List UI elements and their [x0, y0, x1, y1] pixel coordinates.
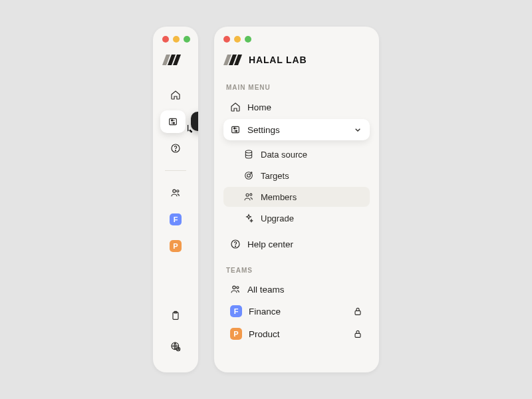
- minimize-window-button[interactable]: [234, 36, 241, 43]
- brand-logo-icon: [162, 55, 182, 65]
- svg-point-23: [234, 128, 235, 129]
- sidebar-expanded: HALAL LAB MAIN MENU Home Settings Data: [214, 27, 379, 372]
- team-badge-finance: F: [170, 213, 182, 225]
- tooltip-settings: Settings: [191, 112, 198, 131]
- submenu-item-label: Members: [261, 192, 297, 202]
- lock-icon: [352, 306, 363, 317]
- svg-point-11: [177, 190, 179, 192]
- menu-item-home[interactable]: Home: [223, 96, 370, 118]
- members-icon: [243, 192, 254, 202]
- submenu-item-upgrade[interactable]: Upgrade: [223, 208, 370, 228]
- svg-point-6: [172, 120, 173, 121]
- svg-point-33: [237, 287, 239, 289]
- close-window-button[interactable]: [162, 36, 169, 43]
- rail-item-help[interactable]: [163, 137, 188, 160]
- sliders-icon: [168, 116, 178, 127]
- menu-item-label: Home: [247, 102, 271, 112]
- window-controls: [162, 36, 190, 43]
- submenu-item-data-source[interactable]: Data source: [223, 144, 370, 164]
- menu-item-label: Settings: [247, 125, 280, 135]
- team-badge-product: P: [170, 240, 182, 252]
- lock-icon: [352, 329, 363, 339]
- database-icon: [243, 149, 254, 160]
- menu-item-label: Help center: [247, 239, 293, 249]
- rail-item-settings[interactable]: Settings: [160, 110, 186, 133]
- teams-item-label: Finance: [249, 307, 281, 317]
- svg-point-32: [233, 286, 235, 289]
- svg-point-9: [175, 150, 176, 151]
- rail-item-product[interactable]: P: [163, 235, 188, 257]
- svg-rect-20: [232, 126, 239, 132]
- teams-item-label: Product: [249, 329, 280, 339]
- svg-point-24: [235, 130, 237, 132]
- rail-item-account[interactable]: [163, 335, 188, 358]
- settings-submenu: Data source Targets Members Upgrade: [223, 144, 370, 228]
- users-icon: [170, 188, 181, 198]
- home-icon: [230, 102, 241, 112]
- globe-user-icon: [170, 341, 181, 352]
- chevron-down-icon: [352, 124, 363, 135]
- teams-item-finance[interactable]: F Finance: [223, 301, 370, 322]
- svg-point-10: [173, 190, 176, 192]
- rail-item-finance[interactable]: F: [163, 208, 188, 231]
- brand-logo-icon: [223, 55, 243, 65]
- brand-name: HALAL LAB: [249, 55, 307, 65]
- minimize-window-button[interactable]: [173, 36, 180, 43]
- team-badge-finance: F: [230, 305, 242, 317]
- help-icon: [230, 239, 241, 249]
- submenu-item-members[interactable]: Members: [223, 187, 370, 207]
- team-badge-product: P: [230, 328, 242, 340]
- close-window-button[interactable]: [223, 36, 230, 43]
- submenu-item-targets[interactable]: Targets: [223, 166, 370, 186]
- section-label-teams: TEAMS: [226, 267, 370, 274]
- submenu-item-label: Upgrade: [261, 213, 294, 223]
- section-label-main: MAIN MENU: [226, 84, 370, 91]
- svg-rect-35: [355, 333, 360, 337]
- window-controls: [223, 36, 370, 43]
- sliders-icon: [230, 124, 241, 135]
- svg-point-7: [173, 122, 174, 124]
- brand-row: HALAL LAB: [223, 55, 370, 65]
- submenu-item-label: Data source: [261, 150, 307, 160]
- maximize-window-button[interactable]: [245, 36, 251, 43]
- rail-item-home[interactable]: [163, 84, 188, 106]
- rail-item-all-teams[interactable]: [163, 182, 188, 204]
- sidebar-collapsed: Settings F P: [153, 27, 198, 372]
- svg-point-28: [246, 194, 249, 196]
- svg-rect-3: [170, 118, 177, 124]
- svg-point-29: [250, 194, 252, 196]
- target-icon: [243, 170, 254, 181]
- teams-item-product[interactable]: P Product: [223, 323, 370, 344]
- teams-item-all[interactable]: All teams: [223, 279, 370, 299]
- maximize-window-button[interactable]: [184, 36, 190, 43]
- help-icon: [170, 143, 181, 154]
- home-icon: [170, 90, 181, 100]
- menu-item-help[interactable]: Help center: [223, 233, 370, 255]
- svg-point-31: [235, 246, 235, 247]
- rail-item-notes[interactable]: [163, 305, 188, 327]
- submenu-item-label: Targets: [261, 171, 289, 181]
- users-icon: [230, 284, 241, 295]
- menu-item-settings[interactable]: Settings: [223, 119, 370, 140]
- svg-rect-34: [355, 311, 360, 315]
- svg-point-25: [245, 150, 251, 153]
- sparkle-icon: [243, 213, 254, 223]
- divider: [165, 170, 186, 171]
- clipboard-icon: [170, 311, 181, 321]
- teams-item-label: All teams: [247, 285, 285, 295]
